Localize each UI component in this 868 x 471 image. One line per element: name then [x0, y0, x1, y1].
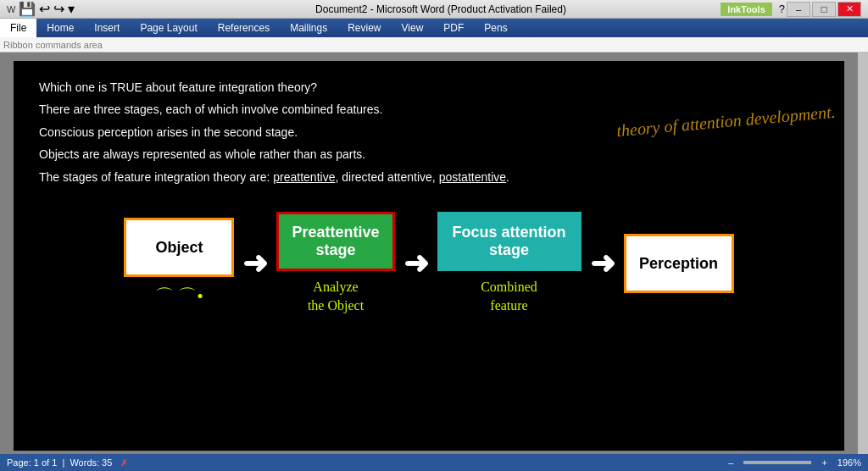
- arrow-2: ➜: [403, 246, 429, 281]
- doc-main[interactable]: theory of attention development. Which o…: [0, 53, 858, 454]
- postattentive-text: postattentive: [439, 170, 506, 184]
- tab-references[interactable]: References: [208, 19, 280, 37]
- line-4: The stages of feature integration theory…: [39, 168, 819, 186]
- focus-wrapper: Focus attentionstage Combinedfeature: [437, 212, 581, 316]
- status-bar: Page: 1 of 1 | Words: 35 ✗ – + 196%: [0, 454, 868, 471]
- window-controls: InkTools ? – □ ✕: [721, 2, 861, 17]
- zoom-out-button[interactable]: –: [728, 457, 733, 468]
- arrow-3: ➜: [590, 246, 615, 281]
- box-object: Object: [124, 218, 234, 277]
- scrollbar-right[interactable]: [858, 53, 868, 454]
- page-info: Page: 1 of 1: [7, 457, 57, 468]
- box-focus: Focus attentionstage: [437, 212, 581, 271]
- question-label: Which one is TRUE about feature integrat…: [39, 80, 317, 94]
- quick-access-undo[interactable]: ↩: [39, 1, 50, 17]
- quick-access-save[interactable]: 💾: [19, 1, 36, 17]
- status-left: Page: 1 of 1 | Words: 35 ✗: [7, 457, 128, 468]
- tab-page-layout[interactable]: Page Layout: [130, 19, 207, 37]
- box-preattentive: Preattentivestage: [276, 212, 394, 271]
- ribbon-tabs: File Home Insert Page Layout References …: [0, 19, 868, 37]
- tab-pdf[interactable]: PDF: [433, 19, 474, 37]
- close-button[interactable]: ✕: [837, 2, 861, 17]
- quick-access-more[interactable]: ▾: [68, 1, 75, 17]
- minimize-button[interactable]: –: [787, 2, 810, 17]
- ribbon-hint: Ribbon commands area: [3, 40, 103, 50]
- tab-review[interactable]: Review: [337, 19, 391, 37]
- preattentive-wrapper: Preattentivestage Analyzethe Object: [276, 212, 394, 316]
- title-bar-left: W 💾 ↩ ↪ ▾: [7, 1, 75, 17]
- word-icon: W: [7, 4, 15, 14]
- tab-pens[interactable]: Pens: [474, 19, 517, 37]
- zoom-slider[interactable]: [743, 461, 811, 464]
- preattentive-text: preattentive: [273, 170, 335, 184]
- squiggle-decoration: ⌒ ⌒•: [155, 284, 203, 309]
- doc-page: theory of attention development. Which o…: [14, 61, 844, 451]
- maximize-button[interactable]: □: [812, 2, 836, 17]
- question-text: Which one is TRUE about feature integrat…: [39, 78, 819, 97]
- tab-view[interactable]: View: [392, 19, 434, 37]
- zoom-level: 196%: [837, 457, 861, 468]
- focus-label: Combinedfeature: [481, 278, 537, 316]
- line-3: Objects are always represented as whole …: [39, 145, 819, 163]
- tab-mailings[interactable]: Mailings: [280, 19, 337, 37]
- diagram: Object ⌒ ⌒• ➜ Preattentivestage Analyzet…: [39, 212, 819, 316]
- title-bar: W 💾 ↩ ↪ ▾ Document2 - Microsoft Word (Pr…: [0, 0, 868, 19]
- arrow-1: ➜: [242, 246, 268, 281]
- doc-container: theory of attention development. Which o…: [0, 53, 868, 454]
- object-wrapper: Object ⌒ ⌒•: [124, 218, 234, 309]
- ribbon-commands: Ribbon commands area: [0, 37, 868, 53]
- perception-wrapper: Perception: [624, 234, 734, 293]
- box-perception: Perception: [624, 234, 734, 293]
- tab-insert[interactable]: Insert: [84, 19, 130, 37]
- quick-access-redo[interactable]: ↪: [53, 1, 64, 17]
- help-icon[interactable]: ?: [779, 3, 785, 15]
- word-count: Words: 35: [70, 457, 112, 468]
- status-right: – + 196%: [728, 457, 861, 468]
- inktool-tab[interactable]: InkTools: [721, 3, 771, 16]
- preattentive-label: Analyzethe Object: [308, 278, 364, 316]
- zoom-in-button[interactable]: +: [821, 457, 826, 468]
- error-icon[interactable]: ✗: [120, 457, 128, 468]
- tab-home[interactable]: Home: [36, 19, 84, 37]
- tab-file[interactable]: File: [0, 19, 36, 37]
